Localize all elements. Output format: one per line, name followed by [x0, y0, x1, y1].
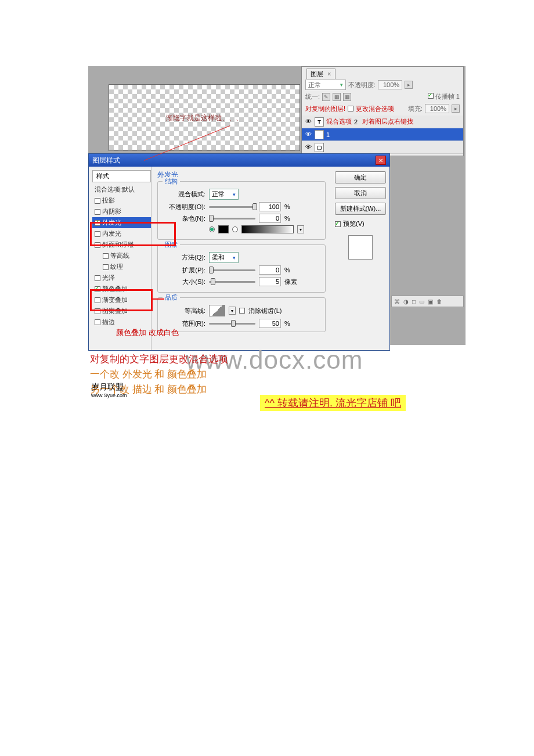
folder-icon[interactable]: ▭ — [419, 298, 424, 305]
blend-mode-select[interactable]: 正常 ▾ — [209, 189, 239, 200]
color-radio[interactable] — [209, 226, 215, 232]
layer-row-copy[interactable]: 👁 T 混合选项 2 对着图层点右键找 — [302, 116, 463, 128]
style-color-overlay[interactable]: 颜色叠加 — [92, 283, 151, 294]
gradient-radio[interactable] — [232, 226, 238, 232]
noise-input[interactable] — [259, 214, 281, 223]
layers-footer: ⌘ ◑ □ ▭ ▣ 🗑 — [391, 296, 464, 307]
propagate-label: 传播帧 1 — [435, 93, 460, 100]
range-slider[interactable] — [209, 323, 255, 325]
layers-tab[interactable]: 图层 × — [306, 69, 335, 79]
style-bevel[interactable]: 斜面和浮雕 — [92, 239, 151, 250]
opacity-slider[interactable] — [209, 206, 255, 208]
blend-mode-select[interactable]: 正常 ▾ — [305, 80, 346, 90]
opacity-value[interactable]: 100% — [378, 80, 402, 89]
lock-all-icon[interactable]: ▦ — [343, 93, 351, 101]
propagate-checkbox[interactable] — [428, 93, 434, 99]
spread-slider[interactable] — [209, 269, 255, 271]
opacity-input[interactable] — [259, 202, 281, 211]
dialog-titlebar[interactable]: 图层样式 ✕ — [89, 154, 389, 167]
checkbox[interactable] — [103, 264, 109, 270]
size-label: 大小(S): — [164, 278, 205, 286]
checkbox[interactable] — [95, 231, 100, 237]
antialias-checkbox[interactable] — [239, 308, 245, 314]
checkbox[interactable] — [95, 308, 100, 314]
chevron-down-icon: ▾ — [340, 82, 343, 88]
fill-value[interactable]: 100% — [425, 104, 449, 113]
styles-header[interactable]: 样式 — [92, 170, 151, 182]
size-slider[interactable] — [209, 281, 255, 283]
contour-dropdown-icon[interactable]: ▾ — [229, 307, 236, 315]
color-swatch[interactable] — [218, 225, 229, 233]
preview-checkbox[interactable] — [335, 221, 341, 227]
mask-icon[interactable]: □ — [412, 298, 416, 305]
contour-label: 等高线: — [164, 307, 205, 315]
noise-slider[interactable] — [209, 218, 255, 219]
checkbox[interactable] — [103, 253, 109, 259]
style-satin[interactable]: 光泽 — [92, 272, 151, 283]
new-style-button[interactable]: 新建样式(W)... — [335, 203, 386, 215]
text-layer-icon: T — [315, 130, 324, 139]
style-stroke[interactable]: 描边 — [92, 316, 151, 327]
annot-line1: 对复制的文字图层更改混合选项 — [90, 352, 228, 367]
range-input[interactable] — [259, 319, 281, 328]
percent: % — [284, 215, 290, 222]
checkbox[interactable] — [95, 275, 100, 281]
style-inner-glow[interactable]: 内发光 — [92, 228, 151, 239]
new-layer-icon[interactable]: ▣ — [428, 298, 433, 305]
section-title: 外发光 — [157, 170, 326, 180]
size-input[interactable] — [259, 277, 281, 286]
style-inner-shadow[interactable]: 内阴影 — [92, 206, 151, 217]
style-gradient-overlay[interactable]: 渐变叠加 — [92, 294, 151, 305]
lock-icon[interactable]: ✎ — [322, 93, 330, 101]
visibility-icon[interactable]: 👁 — [304, 131, 312, 139]
spread-input[interactable] — [259, 265, 281, 275]
layers-tab-label: 图层 — [311, 70, 323, 77]
ok-button[interactable]: 确定 — [335, 171, 386, 183]
checkbox[interactable] — [95, 319, 100, 325]
link-checkbox[interactable] — [348, 106, 353, 111]
lock-move-icon[interactable]: ▦ — [333, 93, 341, 101]
structure-group: 结构 混合模式: 正常 ▾ 不透明度(O): % — [157, 181, 326, 240]
checkbox[interactable] — [95, 242, 100, 248]
checkbox[interactable] — [95, 286, 100, 292]
close-button[interactable]: ✕ — [376, 156, 386, 165]
gradient-dropdown-icon[interactable]: ▾ — [297, 225, 304, 233]
percent: % — [284, 267, 290, 273]
cancel-button[interactable]: 取消 — [335, 187, 386, 199]
style-settings: 外发光 结构 混合模式: 正常 ▾ 不透明度(O): — [151, 167, 331, 350]
style-outer-glow[interactable]: 外发光 — [92, 217, 151, 228]
checkbox[interactable] — [95, 297, 100, 303]
style-pattern-overlay[interactable]: 图案叠加 — [92, 305, 151, 316]
layer-list: 👁 T 混合选项 2 对着图层点右键找 👁 T 1 👁 ▢ — [302, 116, 463, 154]
gradient-preview[interactable] — [241, 225, 294, 233]
fx-icon[interactable]: ◑ — [403, 298, 409, 305]
style-contour[interactable]: 等高线 — [92, 250, 151, 261]
layer-name: 2 — [354, 118, 358, 125]
text-layer-icon: T — [315, 117, 324, 127]
checkbox[interactable] — [95, 198, 100, 204]
link-icon[interactable]: ⌘ — [394, 298, 400, 305]
logo-text: 岁月联盟 — [91, 382, 124, 391]
layer-row-original[interactable]: 👁 T 1 — [302, 128, 463, 141]
checkbox[interactable] — [95, 209, 100, 215]
contour-preview[interactable] — [209, 305, 225, 316]
style-list: 样式 混合选项:默认 投影 内阴影 外发光 内发光 斜面和浮雕 等高线 纹理 光… — [89, 167, 151, 350]
style-texture[interactable]: 纹理 — [92, 261, 151, 272]
repost-notice: ^^ 转载请注明. 流光字店铺 吧 — [260, 395, 406, 411]
style-blend-default[interactable]: 混合选项:默认 — [92, 184, 151, 195]
opacity-label: 不透明度: — [348, 81, 376, 89]
element-group: 图素 方法(Q): 柔和 ▾ 扩展(P): % — [157, 244, 326, 293]
layer-row-extra[interactable]: 👁 ▢ — [302, 141, 463, 154]
trash-icon[interactable]: 🗑 — [436, 298, 442, 305]
fill-flyout-icon[interactable]: ▸ — [452, 105, 460, 113]
checkbox[interactable] — [95, 220, 100, 226]
method-label: 方法(Q): — [164, 253, 205, 262]
visibility-icon[interactable]: 👁 — [304, 118, 312, 126]
visibility-icon[interactable]: 👁 — [304, 143, 312, 152]
method-select[interactable]: 柔和 ▾ — [209, 252, 239, 263]
opacity-flyout-icon[interactable]: ▸ — [405, 81, 413, 89]
source-logo: 岁月联盟 www.Syue.com — [91, 382, 127, 398]
close-icon[interactable]: × — [327, 70, 331, 77]
style-drop-shadow[interactable]: 投影 — [92, 195, 151, 206]
size-unit: 像素 — [284, 278, 297, 286]
